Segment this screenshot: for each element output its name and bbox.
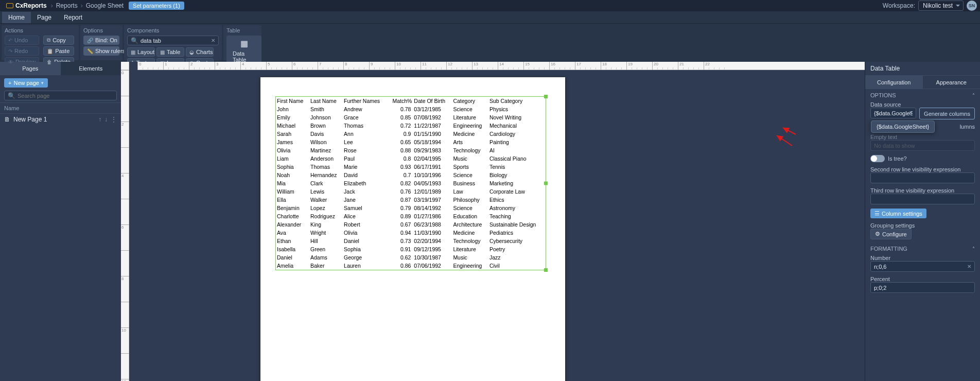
set-parameters-button[interactable]: Set parameters (1) [129,2,184,10]
page-sheet[interactable]: First NameLast NameFurther NamesMatch%Da… [260,77,565,381]
top-bar: CxReports › Reports › Google Sheet Set p… [0,0,980,11]
is-tree-toggle[interactable] [870,155,885,162]
page-icon: 🗎 [4,116,10,123]
pages-search[interactable]: 🔍 [4,91,117,100]
number-format-label: Number [870,255,975,261]
table-row: EmilyJohnsonGrace0.8507/08/1992Literatur… [276,113,546,122]
resize-handle-icon[interactable] [544,95,548,98]
redo-icon: ↷ [8,48,12,54]
table-row: LiamAndersonPaul0.802/04/1995MusicClassi… [276,154,546,163]
canvas-pane: 012345678910111213141516171819202122 024… [121,62,865,381]
clear-input-button[interactable]: ✕ [967,264,971,269]
charts-button[interactable]: ◒Charts [186,47,214,57]
data-table-icon: ▦ [240,39,248,48]
show-rulers-button[interactable]: 📏Show rulers [83,46,119,56]
tab-report[interactable]: Report [58,12,89,23]
avatar[interactable]: SN [967,1,977,11]
table-button[interactable]: ▦Table [156,47,184,57]
panel-title: Data Table [865,62,980,76]
data-source-label: Data source [870,101,975,108]
column-settings-button[interactable]: ☰ Column settings [870,209,926,218]
left-sidebar: Pages Elements + New page ▾ 🔍 Name 🗎 New… [0,62,121,381]
toolbar-group-components: Components 🔍 ✕ ▦Layout ▦Table ◒Charts AT… [124,25,222,60]
copy-button[interactable]: ⧉Copy [43,36,74,45]
data-source-suggestion[interactable]: {$data.GoogleSheet} [871,120,935,133]
data-source-input[interactable] [874,110,913,116]
second-row-label: Second row line visibility expression [870,166,975,172]
formatting-section-header[interactable]: FORMATTING˄ [865,243,980,255]
data-table-component-button[interactable]: ▦ Data Table [226,36,261,65]
page-name: New Page 1 [13,116,95,123]
svg-line-3 [783,128,796,134]
ruler-vertical: 024681012141618202224 [121,70,129,381]
chart-icon: ◒ [189,49,194,55]
table-row: IsabellaGreenSophia0.9109/12/1995Literat… [276,245,546,253]
chevron-right-icon: › [50,2,54,9]
tab-page[interactable]: Page [31,12,58,23]
tab-configuration[interactable]: Configuration [865,76,923,89]
redo-button[interactable]: ↷Redo [5,46,39,56]
chevron-down-icon: ▾ [41,80,44,85]
ruler-icon: 📏 [87,48,93,54]
toolbar-group-actions: Actions ↶Undo ↷Redo 👁Preview ⧉Copy 📋Past… [2,25,79,60]
table-row: JohnSmithAndrew0.7803/12/1985SciencePhys… [276,105,546,113]
percent-format-input[interactable] [874,285,971,291]
bind-toggle-button[interactable]: 🔗Bind: On [83,36,119,45]
table-row: AmeliaBakerLauren0.8607/06/1992Engineeri… [276,262,546,270]
third-row-input[interactable] [874,196,971,202]
table-row: SophiaThomasMarie0.9306/17/1991SportsTen… [276,163,546,171]
table-row: MichaelBrownThomas0.7211/22/1987Engineer… [276,122,546,130]
canvas-scroll[interactable]: First NameLast NameFurther NamesMatch%Da… [129,70,865,381]
copy-icon: ⧉ [47,37,50,43]
table-header: Date Of Birth [413,97,452,105]
group-title: Components [127,27,219,33]
new-page-button[interactable]: + New page ▾ [4,78,48,88]
table-icon: ▦ [160,49,165,55]
number-format-input[interactable] [874,264,971,270]
paste-button[interactable]: 📋Paste [43,46,74,56]
table-row: AvaWrightOlivia0.9411/03/1990MedicinePed… [276,229,546,237]
options-section-header[interactable]: OPTIONS˄ [865,89,980,101]
search-icon: 🔍 [131,37,138,44]
layout-button[interactable]: ▦Layout [127,47,155,57]
data-table: First NameLast NameFurther NamesMatch%Da… [276,97,546,270]
data-source-input-wrap: ✕ {$data.GoogleSheet} [870,108,916,118]
undo-button[interactable]: ↶Undo [5,36,39,45]
table-row: JamesWilsonLee0.6505/18/1994ArtsPainting [276,138,546,146]
tab-home[interactable]: Home [2,12,31,23]
breadcrumb-google-sheet[interactable]: Google Sheet [84,2,126,9]
clear-input-button[interactable]: ✕ [908,110,913,116]
breadcrumb-reports[interactable]: Reports [54,2,80,9]
data-table-block[interactable]: First NameLast NameFurther NamesMatch%Da… [275,96,546,270]
table-row: DanielAdamsGeorge0.6210/30/1987MusicJazz [276,253,546,262]
table-row: OliviaMartinezRose0.8809/29/1983Technolo… [276,146,546,154]
page-row-1[interactable]: 🗎 New Page 1 ↑ ↓ ⋮ [0,114,121,125]
gear-icon: ⚙ [875,231,880,237]
more-icon[interactable]: ⋮ [111,116,117,123]
table-row: MiaClarkElizabeth0.8204/05/1993BusinessM… [276,179,546,187]
table-row: AlexanderKingRobert0.6706/23/1988Archite… [276,220,546,229]
empty-text-label: Empty text [870,134,975,140]
move-down-icon[interactable]: ↓ [104,116,108,123]
tab-appearance[interactable]: Appearance [923,76,981,89]
pages-search-input[interactable] [18,93,113,99]
workspace-select[interactable]: Nikolic test [918,1,964,11]
generate-columns-button[interactable]: Generate columns [919,108,975,119]
move-up-icon[interactable]: ↑ [98,116,101,123]
empty-text-input[interactable] [874,143,971,149]
group-title: Options [83,27,119,33]
main-tabs: Home Page Report [0,11,980,24]
resize-handle-icon[interactable] [544,182,548,185]
clear-search-button[interactable]: ✕ [211,38,215,43]
toolbar: Actions ↶Undo ↷Redo 👁Preview ⧉Copy 📋Past… [0,24,980,62]
configure-button[interactable]: ⚙ Configure [870,229,912,239]
resize-handle-icon[interactable] [544,268,548,272]
sidebar-tab-elements[interactable]: Elements [61,62,121,75]
second-row-input[interactable] [874,175,971,181]
is-tree-label: Is tree? [888,155,907,162]
components-search-input[interactable] [141,38,215,44]
pages-header: Name [0,102,121,114]
components-search[interactable]: 🔍 ✕ [127,36,219,45]
grouping-settings-label: Grouping settings [870,222,975,229]
table-row: BenjaminLopezSamuel0.7908/14/1992Science… [276,204,546,212]
